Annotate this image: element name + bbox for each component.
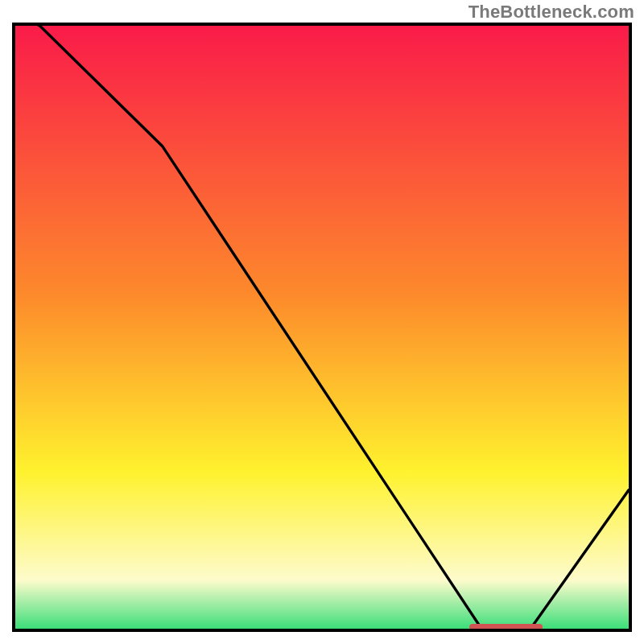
plot-frame <box>12 23 632 632</box>
attribution-label: TheBottleneck.com <box>469 2 634 23</box>
gradient-background <box>15 26 629 629</box>
plot-svg <box>15 26 629 629</box>
plot-area <box>15 26 629 629</box>
chart-stage: TheBottleneck.com <box>0 0 644 644</box>
minimum-marker <box>469 624 543 629</box>
